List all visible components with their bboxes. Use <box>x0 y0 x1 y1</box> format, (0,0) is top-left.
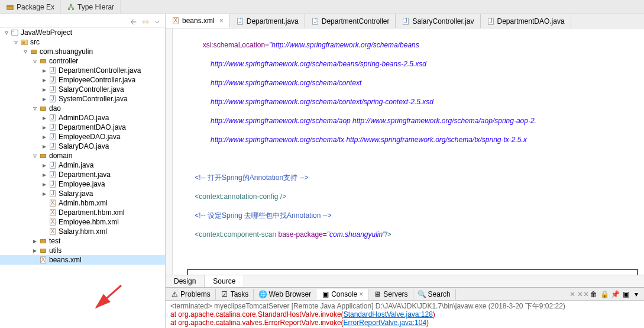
java-file-icon: J <box>48 171 57 179</box>
close-icon[interactable]: × <box>359 290 363 298</box>
editor-tab[interactable]: JDepartmentController <box>305 14 396 28</box>
tab-tasks[interactable]: ☑Tasks <box>216 289 254 300</box>
svg-point-2 <box>70 4 72 6</box>
remove-all-icon[interactable]: ✕✕ <box>579 290 587 298</box>
scroll-lock-icon[interactable]: 🔒 <box>600 290 609 298</box>
svg-text:J: J <box>51 180 54 187</box>
tree-file[interactable]: ▸JAdminDAO.java <box>0 113 165 123</box>
svg-text:J: J <box>238 17 241 24</box>
package-icon <box>39 57 47 65</box>
svg-text:J: J <box>51 114 54 121</box>
tree-file[interactable]: ▸JSystemController.java <box>0 94 165 104</box>
tree-file[interactable]: ▸JDepartment.java <box>0 170 165 179</box>
tree-file[interactable]: ▸JDepartmentController.java <box>0 66 165 75</box>
java-file-icon: J <box>48 189 57 198</box>
hierarchy-icon <box>67 3 75 11</box>
stack-link[interactable]: StandardHostValve.java:128 <box>344 310 433 319</box>
svg-rect-19 <box>41 107 46 110</box>
link-editor-icon[interactable] <box>141 18 150 26</box>
bottom-panel: ⚠Problems ☑Tasks 🌐Web Browser ▣Console ×… <box>166 287 644 328</box>
tree-file[interactable]: XSalary.hbm.xml <box>0 227 165 236</box>
java-file-icon: J <box>48 76 57 84</box>
tree-dao[interactable]: ▿dao <box>0 104 165 113</box>
tree-beans-xml[interactable]: Xbeans.xml <box>0 255 165 265</box>
java-file-icon: J <box>48 123 57 131</box>
svg-text:X: X <box>51 208 55 216</box>
browser-icon: 🌐 <box>258 290 267 298</box>
problems-icon: ⚠ <box>170 290 179 298</box>
tab-design[interactable]: Design <box>166 275 205 287</box>
tree-project-root[interactable]: ▿JavaWebProject <box>0 28 165 37</box>
editor-tab-beans[interactable]: Xbeans.xml× <box>166 14 230 28</box>
tree-file[interactable]: ▸JEmployeeDAO.java <box>0 132 165 142</box>
svg-text:J: J <box>51 66 54 73</box>
tab-web-browser[interactable]: 🌐Web Browser <box>254 289 316 300</box>
svg-rect-5 <box>12 30 18 36</box>
code-editor[interactable]: xsi:schemaLocation="http://www.springfra… <box>173 28 644 275</box>
tree-file[interactable]: ▸JSalaryDAO.java <box>0 142 165 151</box>
tasks-icon: ☑ <box>221 290 229 298</box>
svg-text:J: J <box>313 17 316 24</box>
pin-console-icon[interactable]: 📌 <box>611 290 619 298</box>
project-icon <box>11 28 19 37</box>
editor-tab[interactable]: JDepartmentDAO.java <box>481 14 571 28</box>
tree-file[interactable]: XDepartment.hbm.xml <box>0 208 165 217</box>
close-icon[interactable]: × <box>219 17 224 25</box>
java-file-icon: J <box>48 133 57 141</box>
svg-text:J: J <box>404 17 407 24</box>
svg-point-4 <box>72 8 75 10</box>
tab-label: Type Hierar <box>77 3 114 11</box>
tab-source[interactable]: Source <box>205 275 244 287</box>
svg-rect-9 <box>31 50 37 53</box>
collapse-icon[interactable] <box>130 18 138 26</box>
editor-tab[interactable]: JSalaryController.jav <box>396 14 480 28</box>
tree-file[interactable]: ▸JSalaryController.java <box>0 85 165 94</box>
tree-test[interactable]: ▸test <box>0 236 165 246</box>
tree-utils[interactable]: ▸utils <box>0 246 165 255</box>
tab-type-hierarchy[interactable]: Type Hierar <box>61 0 121 14</box>
tab-console[interactable]: ▣Console × <box>316 289 368 300</box>
console-header: <terminated> myeclipseTomcatServer [Remo… <box>170 302 639 310</box>
svg-text:J: J <box>51 142 54 149</box>
tree-file[interactable]: ▸JEmployeeController.java <box>0 75 165 85</box>
tree-file[interactable]: ▸JEmployee.java <box>0 179 165 189</box>
tree-src[interactable]: ▿src <box>0 37 165 47</box>
tree-file[interactable]: XAdmin.hbm.xml <box>0 198 165 208</box>
clear-console-icon[interactable]: 🗑 <box>590 290 598 298</box>
explorer-toolbar <box>0 17 165 28</box>
java-file-icon: J <box>402 17 410 25</box>
open-console-icon[interactable]: ▾ <box>632 290 640 298</box>
tab-package-explorer[interactable]: Package Ex <box>0 0 61 14</box>
svg-text:J: J <box>51 171 54 178</box>
java-file-icon: J <box>48 161 57 169</box>
xml-file-icon: X <box>48 208 57 217</box>
svg-rect-8 <box>22 41 25 44</box>
package-icon <box>30 47 38 56</box>
tree-controller[interactable]: ▿controller <box>0 56 165 66</box>
tree-file[interactable]: XEmployee.hbm.xml <box>0 217 165 227</box>
java-file-icon: J <box>48 95 57 103</box>
stack-link[interactable]: ErrorReportValve.java:104 <box>344 319 427 327</box>
console-output[interactable]: <terminated> myeclipseTomcatServer [Remo… <box>166 301 644 328</box>
editor-tab[interactable]: JDepartment.java <box>230 14 305 28</box>
xml-file-icon: X <box>48 199 57 207</box>
src-folder-icon <box>20 38 28 46</box>
xml-file-icon: X <box>48 227 57 236</box>
console-toolbar: ✕ ✕✕ 🗑 🔒 📌 ▣ ▾ <box>568 290 644 298</box>
tree-file[interactable]: ▸JSalary.java <box>0 189 165 198</box>
menu-icon[interactable] <box>153 18 161 26</box>
tab-servers[interactable]: 🖥Servers <box>368 289 413 300</box>
svg-rect-46 <box>41 249 46 252</box>
package-explorer[interactable]: ▿JavaWebProject ▿src ▿com.shuangyulin ▿c… <box>0 14 166 328</box>
tree-file[interactable]: ▸JDepartmentDAO.java <box>0 123 165 132</box>
svg-text:J: J <box>51 123 54 130</box>
svg-text:J: J <box>51 95 54 102</box>
tab-search[interactable]: 🔍Search <box>413 289 456 300</box>
tree-domain[interactable]: ▿domain <box>0 151 165 160</box>
tab-problems[interactable]: ⚠Problems <box>166 289 216 300</box>
tree-package[interactable]: ▿com.shuangyulin <box>0 47 165 56</box>
console-icon: ▣ <box>321 290 329 298</box>
display-console-icon[interactable]: ▣ <box>622 290 630 298</box>
remove-launch-icon[interactable]: ✕ <box>568 290 577 298</box>
tree-file[interactable]: ▸JAdmin.java <box>0 160 165 170</box>
